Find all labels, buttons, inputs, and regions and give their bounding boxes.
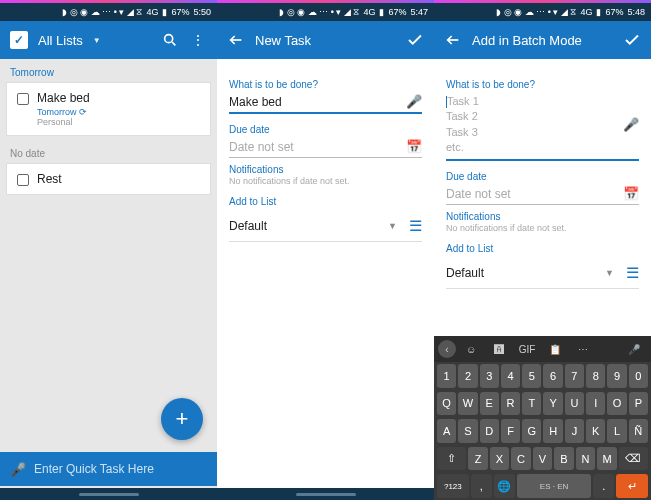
back-icon[interactable]: [444, 31, 462, 49]
dropdown-caret-icon[interactable]: ▼: [93, 36, 101, 45]
key[interactable]: G: [522, 419, 541, 443]
notifications-link[interactable]: Notifications: [229, 164, 422, 175]
kb-gif-icon[interactable]: GIF: [514, 339, 540, 359]
list-value: Default: [229, 219, 388, 233]
key[interactable]: F: [501, 419, 520, 443]
checkbox[interactable]: [17, 93, 29, 105]
list-select[interactable]: Default ▼ ☰: [229, 211, 422, 242]
key[interactable]: P: [629, 392, 648, 416]
appbar-title: Add in Batch Mode: [472, 33, 582, 48]
field-label: Add to List: [229, 196, 422, 207]
key[interactable]: E: [480, 392, 499, 416]
symbols-key[interactable]: ?123: [437, 474, 469, 498]
key[interactable]: H: [543, 419, 562, 443]
key[interactable]: O: [607, 392, 626, 416]
screen-all-lists: ◗ ◎ ◉ ☁ ⋯ • ▾ ◢ ⧖ 4G ▮ 67% 5:50 ✓ All Li…: [0, 0, 217, 500]
list-icon[interactable]: ☰: [409, 217, 422, 235]
key[interactable]: A: [437, 419, 456, 443]
task-name-input[interactable]: [229, 95, 400, 109]
task-title: Make bed: [37, 91, 90, 105]
key[interactable]: M: [597, 447, 617, 471]
batch-input-placeholder[interactable]: Task 1 Task 2 Task 3 etc.: [446, 95, 479, 153]
due-date-input[interactable]: Date not set: [446, 187, 617, 201]
checkbox[interactable]: [17, 174, 29, 186]
enter-key[interactable]: ↵: [616, 474, 648, 498]
key[interactable]: I: [586, 392, 605, 416]
key[interactable]: 2: [458, 364, 477, 388]
key[interactable]: 6: [543, 364, 562, 388]
key[interactable]: L: [607, 419, 626, 443]
key[interactable]: 8: [586, 364, 605, 388]
shift-key[interactable]: ⇧: [437, 447, 466, 471]
key[interactable]: R: [501, 392, 520, 416]
key[interactable]: U: [565, 392, 584, 416]
key[interactable]: Ñ: [629, 419, 648, 443]
status-bar: ◗ ◎ ◉ ☁ ⋯ • ▾ ◢ ⧖ 4G ▮ 67% 5:48: [434, 3, 651, 21]
period-key[interactable]: .: [593, 474, 614, 498]
key[interactable]: D: [480, 419, 499, 443]
key[interactable]: 4: [501, 364, 520, 388]
key[interactable]: K: [586, 419, 605, 443]
notifications-link[interactable]: Notifications: [446, 211, 639, 222]
key[interactable]: 1: [437, 364, 456, 388]
calendar-icon[interactable]: 📅: [623, 186, 639, 201]
calendar-icon[interactable]: 📅: [406, 139, 422, 154]
mic-icon[interactable]: 🎤: [623, 117, 639, 132]
key[interactable]: T: [522, 392, 541, 416]
search-icon[interactable]: [161, 31, 179, 49]
task-title: Rest: [37, 172, 62, 186]
kb-sticker-icon[interactable]: ☺: [458, 339, 484, 359]
key[interactable]: 3: [480, 364, 499, 388]
helper-text: No notifications if date not set.: [229, 176, 422, 186]
key[interactable]: J: [565, 419, 584, 443]
task-row[interactable]: Make bed Tomorrow ⟳ Personal: [6, 82, 211, 136]
backspace-key[interactable]: ⌫: [619, 447, 648, 471]
appbar-title[interactable]: All Lists: [38, 33, 83, 48]
key[interactable]: Q: [437, 392, 456, 416]
confirm-icon[interactable]: [406, 31, 424, 49]
app-bar: Add in Batch Mode: [434, 21, 651, 59]
back-icon[interactable]: [227, 31, 245, 49]
confirm-icon[interactable]: [623, 31, 641, 49]
key[interactable]: N: [576, 447, 596, 471]
kb-translate-icon[interactable]: 🅰: [486, 339, 512, 359]
batch-form: What is to be done? Task 1 Task 2 Task 3…: [434, 59, 651, 336]
app-bar: New Task: [217, 21, 434, 59]
globe-key[interactable]: 🌐: [494, 474, 515, 498]
kb-mic-icon[interactable]: 🎤: [621, 339, 647, 359]
kb-more-icon[interactable]: ⋯: [570, 339, 596, 359]
quick-task-input[interactable]: [34, 462, 207, 476]
key[interactable]: 9: [607, 364, 626, 388]
nav-bar: [217, 488, 434, 500]
comma-key[interactable]: ,: [471, 474, 492, 498]
kb-collapse-icon[interactable]: ‹: [438, 340, 456, 358]
space-key[interactable]: ES · EN: [517, 474, 591, 498]
dropdown-caret-icon: ▼: [388, 221, 397, 231]
list-icon[interactable]: ☰: [626, 264, 639, 282]
task-row[interactable]: Rest: [6, 163, 211, 195]
key[interactable]: 5: [522, 364, 541, 388]
kb-clipboard-icon[interactable]: 📋: [542, 339, 568, 359]
kb-row-2: ASDFGHJKLÑ: [434, 417, 651, 445]
key[interactable]: X: [490, 447, 510, 471]
kb-row-numbers: 1234567890: [434, 362, 651, 390]
nav-bar: [0, 488, 217, 500]
add-task-fab[interactable]: +: [161, 398, 203, 440]
app-logo-icon[interactable]: ✓: [10, 31, 28, 49]
key[interactable]: S: [458, 419, 477, 443]
new-task-form: What is to be done? 🎤 Due date Date not …: [217, 59, 434, 500]
key[interactable]: W: [458, 392, 477, 416]
key[interactable]: C: [511, 447, 531, 471]
mic-icon[interactable]: 🎤: [406, 94, 422, 109]
due-date-input[interactable]: Date not set: [229, 140, 400, 154]
list-select[interactable]: Default ▼ ☰: [446, 258, 639, 289]
key[interactable]: 0: [629, 364, 648, 388]
key[interactable]: V: [533, 447, 553, 471]
appbar-title: New Task: [255, 33, 311, 48]
more-icon[interactable]: ⋮: [189, 31, 207, 49]
key[interactable]: B: [554, 447, 574, 471]
key[interactable]: Z: [468, 447, 488, 471]
key[interactable]: 7: [565, 364, 584, 388]
mic-icon[interactable]: 🎤: [10, 462, 26, 477]
key[interactable]: Y: [543, 392, 562, 416]
